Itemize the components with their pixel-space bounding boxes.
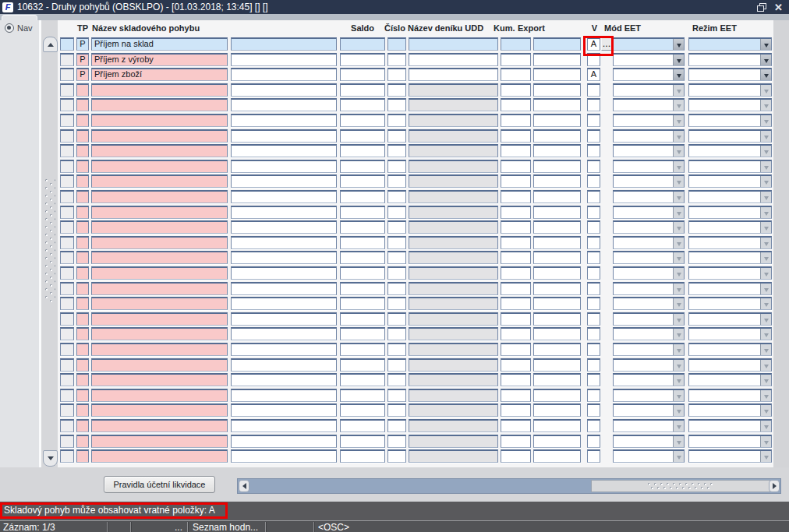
rezim-cell[interactable] — [688, 190, 772, 203]
tp-cell[interactable] — [76, 419, 89, 432]
denik-cell[interactable] — [409, 114, 498, 127]
tp-cell[interactable] — [76, 403, 89, 417]
rezim-cell[interactable] — [688, 435, 772, 448]
cislo-cell[interactable] — [387, 389, 406, 402]
scroll-down-button[interactable] — [43, 450, 58, 467]
denik-cell[interactable] — [409, 129, 498, 143]
tp-cell[interactable] — [76, 144, 89, 157]
scroll-right-button[interactable] — [769, 480, 780, 492]
tp-cell[interactable] — [76, 114, 89, 127]
saldo-cell[interactable] — [340, 373, 385, 386]
kum-cell[interactable] — [501, 174, 531, 188]
cislo-cell[interactable] — [387, 358, 406, 372]
kum-cell[interactable] — [501, 266, 531, 280]
rezim-cell[interactable] — [688, 53, 772, 66]
mod-cell[interactable] — [613, 373, 685, 386]
v-cell[interactable] — [587, 435, 600, 448]
name-cell[interactable] — [91, 327, 228, 340]
v-cell[interactable] — [587, 206, 600, 219]
v-cell[interactable] — [587, 327, 600, 340]
cislo-cell[interactable] — [387, 282, 406, 295]
scroll-up-button[interactable] — [43, 37, 58, 52]
wide-cell[interactable] — [231, 435, 337, 448]
cislo-cell[interactable] — [387, 190, 406, 203]
rezim-cell[interactable] — [688, 206, 772, 219]
name-cell[interactable]: Příjem z výroby — [91, 53, 228, 66]
rezim-cell[interactable] — [688, 160, 772, 173]
cislo-cell[interactable] — [387, 160, 406, 173]
horizontal-scrollbar-thumb[interactable] — [591, 480, 770, 492]
denik-cell[interactable] — [409, 266, 498, 280]
wide-cell[interactable] — [231, 236, 337, 249]
cislo-cell[interactable] — [387, 53, 406, 66]
name-cell[interactable] — [91, 435, 228, 448]
denik-cell[interactable] — [409, 282, 498, 295]
kum-cell[interactable] — [501, 68, 531, 81]
tp-cell[interactable] — [76, 449, 89, 463]
saldo-cell[interactable] — [340, 68, 385, 81]
ind-cell[interactable] — [60, 435, 74, 448]
saldo-cell[interactable] — [340, 220, 385, 234]
export-cell[interactable] — [533, 312, 581, 326]
rezim-cell[interactable] — [688, 251, 772, 264]
rezim-cell[interactable] — [688, 129, 772, 143]
v-cell[interactable] — [587, 220, 600, 234]
tp-cell[interactable] — [76, 358, 89, 372]
saldo-cell[interactable] — [340, 449, 385, 463]
export-cell[interactable] — [533, 220, 581, 234]
v-cell[interactable] — [587, 251, 600, 264]
ind-cell[interactable] — [60, 449, 74, 463]
name-cell[interactable] — [91, 358, 228, 372]
export-cell[interactable] — [533, 83, 581, 97]
tp-cell[interactable]: P — [76, 37, 89, 51]
export-cell[interactable] — [533, 144, 581, 157]
tp-cell[interactable] — [76, 98, 89, 111]
ind-cell[interactable] — [60, 358, 74, 372]
nav-radio-icon[interactable] — [5, 23, 14, 33]
saldo-cell[interactable] — [340, 251, 385, 264]
name-cell[interactable] — [91, 144, 228, 157]
saldo-cell[interactable] — [340, 403, 385, 417]
ind-cell[interactable] — [60, 419, 74, 432]
name-cell[interactable] — [91, 114, 228, 127]
export-cell[interactable] — [533, 37, 581, 51]
kum-cell[interactable] — [501, 358, 531, 372]
tp-cell[interactable] — [76, 435, 89, 448]
mod-cell[interactable] — [613, 358, 685, 372]
name-cell[interactable] — [91, 251, 228, 264]
tp-cell[interactable] — [76, 282, 89, 295]
denik-cell[interactable] — [409, 449, 498, 463]
mod-cell[interactable] — [613, 389, 685, 402]
wide-cell[interactable] — [231, 266, 337, 280]
wide-cell[interactable] — [231, 160, 337, 173]
wide-cell[interactable] — [231, 190, 337, 203]
denik-cell[interactable] — [409, 236, 498, 249]
saldo-cell[interactable] — [340, 435, 385, 448]
ind-cell[interactable] — [60, 206, 74, 219]
mod-cell[interactable] — [613, 251, 685, 264]
saldo-cell[interactable] — [340, 282, 385, 295]
name-cell[interactable]: Příjem zboží — [91, 68, 228, 81]
mod-cell[interactable] — [613, 343, 685, 356]
kum-cell[interactable] — [501, 190, 531, 203]
rezim-cell[interactable] — [688, 220, 772, 234]
kum-cell[interactable] — [501, 129, 531, 143]
mod-cell[interactable] — [613, 98, 685, 111]
mod-cell[interactable] — [613, 297, 685, 310]
kum-cell[interactable] — [501, 282, 531, 295]
name-cell[interactable] — [91, 266, 228, 280]
cislo-cell[interactable] — [387, 174, 406, 188]
close-window-icon[interactable]: ✕ — [774, 2, 783, 12]
cislo-cell[interactable] — [387, 68, 406, 81]
kum-cell[interactable] — [501, 389, 531, 402]
cislo-cell[interactable] — [387, 220, 406, 234]
mod-cell[interactable] — [613, 190, 685, 203]
export-cell[interactable] — [533, 343, 581, 356]
export-cell[interactable] — [533, 160, 581, 173]
kum-cell[interactable] — [501, 98, 531, 111]
export-cell[interactable] — [533, 129, 581, 143]
wide-cell[interactable] — [231, 98, 337, 111]
name-cell[interactable] — [91, 236, 228, 249]
wide-cell[interactable] — [231, 327, 337, 340]
chevron-down-icon[interactable] — [673, 55, 684, 65]
